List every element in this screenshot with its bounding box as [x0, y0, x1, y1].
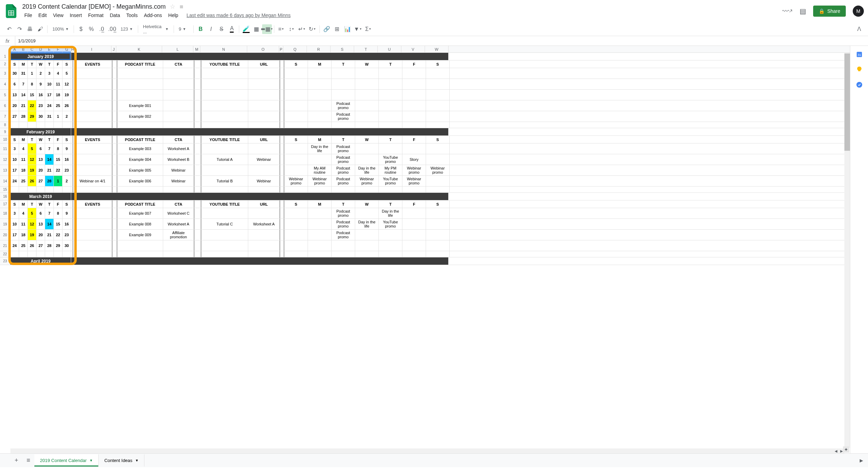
fill-color-button[interactable]: 🧪 [241, 24, 251, 34]
cell[interactable]: Tutorial C [201, 219, 248, 229]
cell[interactable] [194, 230, 201, 240]
cell[interactable]: 21 [45, 165, 54, 175]
sheet-tab[interactable]: 2019 Content Calendar▼ [34, 454, 99, 467]
cell[interactable]: Webinar promo [308, 176, 332, 186]
cell[interactable] [194, 240, 201, 251]
cell[interactable] [379, 143, 402, 154]
cell[interactable]: 5 [28, 143, 36, 154]
cell[interactable] [117, 187, 163, 192]
cell[interactable] [379, 79, 402, 89]
cell[interactable]: 20 [36, 230, 45, 240]
cell[interactable]: Webinar promo [355, 176, 379, 186]
cell[interactable] [112, 154, 117, 165]
cell[interactable]: 27 [36, 176, 45, 186]
cell[interactable] [54, 122, 62, 128]
cell[interactable] [280, 219, 284, 229]
cell[interactable]: F [54, 200, 62, 208]
cell[interactable] [248, 111, 280, 122]
row-header[interactable]: 8 [0, 122, 10, 128]
avatar[interactable]: M [853, 6, 864, 17]
row-header[interactable]: 7 [0, 111, 10, 122]
cell[interactable]: 12 [28, 219, 36, 229]
cell[interactable]: M [308, 136, 332, 143]
cell[interactable]: 26 [62, 100, 71, 111]
cell[interactable]: 24 [10, 240, 19, 251]
cell[interactable] [201, 251, 248, 257]
cell[interactable] [112, 79, 117, 89]
cell[interactable]: 13 [36, 219, 45, 229]
row-header[interactable]: 13 [0, 165, 10, 175]
cell[interactable] [248, 122, 280, 128]
cell[interactable]: Day in the life [308, 143, 332, 154]
cell[interactable]: 25 [19, 176, 28, 186]
cell[interactable]: 31 [45, 111, 54, 122]
all-sheets-button[interactable]: ≡ [23, 454, 35, 467]
cell[interactable] [248, 143, 280, 154]
cell[interactable] [248, 68, 280, 79]
cell[interactable] [379, 240, 402, 251]
cell[interactable] [379, 100, 402, 111]
filter-button[interactable]: ▼▼ [353, 24, 363, 34]
cell[interactable]: Tutorial A [201, 154, 248, 165]
cell[interactable]: YOUTUBE TITLE [201, 136, 248, 143]
cell[interactable]: 3 [45, 68, 54, 79]
cell[interactable] [112, 122, 117, 128]
cell[interactable] [194, 251, 201, 257]
cell[interactable] [10, 122, 19, 128]
menu-add-ons[interactable]: Add-ons [142, 11, 164, 19]
cell[interactable]: My AM routine [308, 165, 332, 175]
cell[interactable]: YouTube promo [379, 219, 402, 229]
cell[interactable]: S [62, 60, 71, 68]
cell[interactable] [284, 208, 308, 218]
cell[interactable] [117, 122, 163, 128]
cell[interactable] [73, 143, 112, 154]
cell[interactable]: 10 [45, 79, 54, 89]
cell[interactable]: F [402, 60, 426, 68]
cell[interactable] [426, 240, 450, 251]
cell[interactable] [379, 122, 402, 128]
cell[interactable] [379, 187, 402, 192]
cell[interactable]: S [10, 200, 19, 208]
cell[interactable] [355, 90, 379, 100]
cell[interactable]: 8 [54, 143, 62, 154]
cell[interactable]: 11 [19, 154, 28, 165]
cell[interactable]: 15 [54, 154, 62, 165]
cell[interactable]: 14 [45, 219, 54, 229]
col-header-P[interactable]: P [279, 46, 283, 52]
font-size-select[interactable]: 9▼ [176, 25, 191, 33]
functions-button[interactable]: Σ▼ [364, 24, 373, 34]
cell[interactable] [112, 60, 117, 68]
cell[interactable] [426, 111, 450, 122]
cell[interactable] [194, 208, 201, 218]
chart-button[interactable]: 📊 [343, 24, 352, 34]
cell[interactable]: Story [402, 154, 426, 165]
cell[interactable]: Webinar promo [426, 165, 450, 175]
cell[interactable] [28, 187, 36, 192]
cell[interactable] [112, 219, 117, 229]
cell[interactable]: PODCAST TITLE [117, 136, 163, 143]
cell[interactable]: 16 [62, 154, 71, 165]
cell[interactable] [402, 208, 426, 218]
cell[interactable] [201, 122, 248, 128]
currency-button[interactable]: $ [76, 24, 86, 34]
col-header-R[interactable]: R [307, 46, 331, 52]
cell[interactable] [332, 90, 355, 100]
cell[interactable]: Webinar promo [402, 165, 426, 175]
cell[interactable] [308, 240, 332, 251]
row-header[interactable]: 10 [0, 136, 10, 143]
cell[interactable]: 1 [28, 68, 36, 79]
cell[interactable] [280, 122, 284, 128]
cell[interactable]: Example 007 [117, 208, 163, 218]
cell[interactable] [194, 200, 201, 208]
cell[interactable]: 9 [62, 208, 71, 218]
trend-icon[interactable]: 〰↗ [782, 7, 793, 15]
cell[interactable]: 6 [10, 79, 19, 89]
cell[interactable]: 6 [36, 143, 45, 154]
cell[interactable]: 11 [19, 219, 28, 229]
cell[interactable]: 25 [19, 240, 28, 251]
cell[interactable] [402, 240, 426, 251]
halign-button[interactable]: ≡▼ [276, 24, 286, 34]
cell[interactable]: 29 [28, 111, 36, 122]
col-header-Q[interactable]: Q [283, 46, 307, 52]
cell[interactable]: 4 [19, 143, 28, 154]
